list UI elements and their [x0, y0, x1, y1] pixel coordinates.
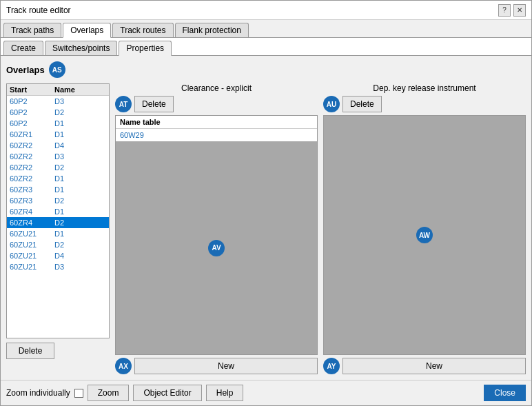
cell-start: 60ZR2 — [10, 163, 54, 172]
cell-start: 60ZR4 — [10, 219, 54, 227]
object-editor-button[interactable]: Object Editor — [133, 385, 201, 401]
dep-key-new-row: AY New — [323, 358, 526, 374]
tab-track-routes[interactable]: Track routes — [112, 23, 173, 37]
table-row[interactable]: 60ZU21 D1 — [7, 228, 109, 239]
cell-name: D1 — [54, 185, 64, 194]
clearance-new-button[interactable]: New — [134, 358, 318, 374]
table-row[interactable]: 60P2 D3 — [7, 96, 109, 107]
clearance-badge: AT — [115, 96, 132, 112]
help-button[interactable]: ? — [498, 4, 511, 17]
dep-key-gray-area: AW — [324, 116, 525, 354]
table-row[interactable]: 60ZR3 D1 — [7, 184, 109, 195]
clearance-new-row: AX New — [115, 358, 318, 374]
table-row[interactable]: 60P2 D1 — [7, 118, 109, 129]
bottom-bar: Zoom individually Zoom Object Editor Hel… — [1, 380, 531, 405]
main-content: Start Name 60P2 D3 60P2 D2 — [6, 83, 526, 374]
table-row[interactable]: 60ZU21 D4 — [7, 250, 109, 261]
cell-name: D3 — [54, 97, 64, 105]
sub-tab-create[interactable]: Create — [3, 41, 43, 55]
cell-name: D3 — [54, 263, 64, 271]
table-row[interactable]: 60ZR2 D3 — [7, 151, 109, 162]
cell-start: 60ZR2 — [10, 174, 54, 183]
clearance-title: Clearance - explicit — [115, 83, 318, 93]
tab-flank-protection[interactable]: Flank protection — [175, 23, 249, 37]
dep-key-delete-button[interactable]: Delete — [342, 96, 382, 112]
dep-key-badge: AU — [323, 96, 340, 112]
table-row[interactable]: 60ZR3 D2 — [7, 195, 109, 206]
sub-tab-switches-points[interactable]: Switches/points — [45, 41, 117, 55]
list-container: Start Name 60P2 D3 60P2 D2 — [6, 83, 110, 338]
dep-key-new-button[interactable]: New — [342, 358, 526, 374]
cell-name: D1 — [54, 130, 64, 139]
main-window: Track route editor ? ✕ Track paths Overl… — [0, 0, 532, 406]
help-button[interactable]: Help — [206, 385, 244, 401]
zoom-button[interactable]: Zoom — [88, 385, 130, 401]
tab-overlaps[interactable]: Overlaps — [63, 23, 111, 38]
dep-key-controls: AU Delete — [323, 96, 526, 112]
table-row[interactable]: 60ZU21 D2 — [7, 239, 109, 250]
cell-name: D2 — [54, 219, 64, 227]
cell-name: D2 — [54, 163, 64, 172]
dep-key-title: Dep. key release instrument — [323, 83, 526, 93]
table-row[interactable]: 60ZR4 D1 — [7, 206, 109, 217]
clearance-item[interactable]: 60W29 — [116, 129, 317, 141]
overlaps-badge: AS — [49, 61, 65, 78]
cell-start: 60ZR3 — [10, 185, 54, 194]
cell-start: 60ZR2 — [10, 141, 54, 150]
table-row[interactable]: 60ZR2 D1 — [7, 173, 109, 184]
table-row[interactable]: 60ZR4 D2 — [7, 217, 109, 228]
zoom-individually-checkbox[interactable] — [74, 389, 83, 398]
table-row[interactable]: 60ZR2 D2 — [7, 162, 109, 173]
clearance-center-badge: AV — [208, 240, 225, 256]
table-row[interactable]: 60ZU21 D3 — [7, 261, 109, 272]
cell-start: 60ZU21 — [10, 252, 54, 260]
dep-key-inner: AW — [323, 115, 526, 355]
cell-name: D1 — [54, 207, 64, 216]
cell-name: D1 — [54, 119, 64, 128]
tab-track-paths[interactable]: Track paths — [3, 23, 61, 37]
cell-name: D4 — [54, 141, 64, 150]
cell-name: D2 — [54, 108, 64, 116]
overlaps-header: Overlaps AS — [6, 61, 526, 78]
clearance-controls: AT Delete — [115, 96, 318, 112]
cell-start: 60ZU21 — [10, 241, 54, 249]
cell-start: 60ZR3 — [10, 196, 54, 205]
left-panel: Start Name 60P2 D3 60P2 D2 — [6, 83, 110, 374]
dep-key-center-badge: AW — [416, 227, 433, 243]
clearance-delete-button[interactable]: Delete — [134, 96, 174, 112]
cell-name: D2 — [54, 241, 64, 249]
cell-name: D2 — [54, 196, 64, 205]
bottom-left: Zoom individually Zoom Object Editor Hel… — [6, 385, 480, 401]
content-area: Overlaps AS Start Name 60P2 D3 — [1, 56, 531, 380]
table-row[interactable]: 60ZR2 D4 — [7, 140, 109, 151]
sub-tabs: Create Switches/points Properties — [1, 38, 531, 56]
cell-name: D3 — [54, 152, 64, 161]
table-row[interactable]: 60ZR1 D1 — [7, 129, 109, 140]
list-header: Start Name — [7, 84, 109, 96]
clearance-new-badge: AX — [115, 358, 132, 374]
zoom-individually-label: Zoom individually — [6, 388, 70, 398]
list-body[interactable]: 60P2 D3 60P2 D2 60P2 D1 60ZR1 — [7, 96, 109, 338]
overlaps-title: Overlaps — [6, 65, 45, 75]
cell-name: D1 — [54, 230, 64, 238]
list-delete-button[interactable]: Delete — [6, 343, 54, 359]
table-row[interactable]: 60P2 D2 — [7, 107, 109, 118]
close-button[interactable]: Close — [484, 385, 526, 401]
dep-key-new-badge: AY — [323, 358, 340, 374]
main-tabs: Track paths Overlaps Track routes Flank … — [1, 20, 531, 38]
header-name: Name — [54, 85, 75, 94]
window-title: Track route editor — [6, 6, 71, 15]
cell-start: 60P2 — [10, 119, 54, 128]
sub-tab-properties[interactable]: Properties — [119, 41, 172, 56]
cell-start: 60P2 — [10, 108, 54, 116]
cell-start: 60P2 — [10, 97, 54, 105]
cell-name: D1 — [54, 174, 64, 183]
close-button[interactable]: ✕ — [513, 4, 526, 17]
header-start: Start — [10, 85, 54, 94]
clearance-name-table-header: Name table — [116, 116, 317, 129]
clearance-inner: Name table 60W29 AV — [115, 115, 318, 355]
cell-start: 60ZR2 — [10, 152, 54, 161]
right-panel: Clearance - explicit AT Delete Name tabl… — [115, 83, 526, 374]
clearance-gray-area: AV — [116, 141, 317, 354]
cell-name: D4 — [54, 252, 64, 260]
